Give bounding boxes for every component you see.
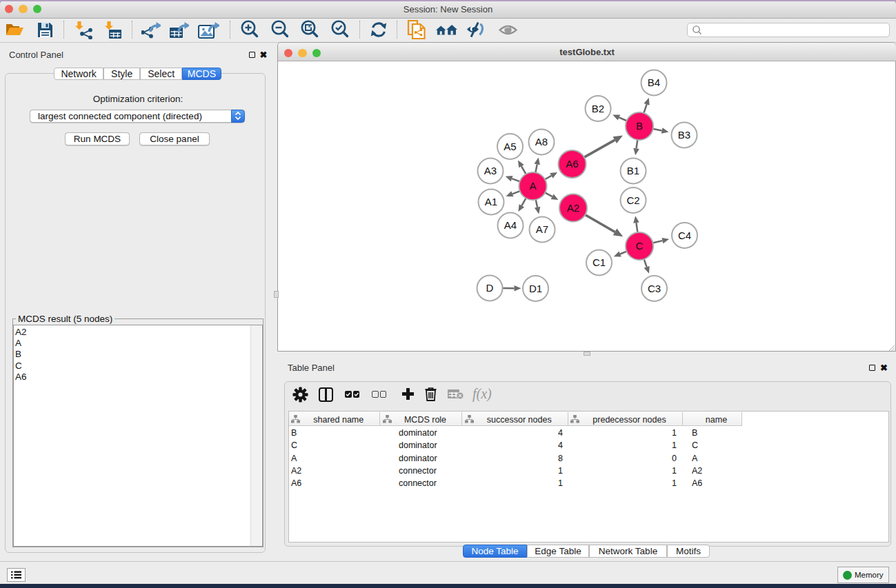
svg-text:A5: A5	[504, 141, 516, 152]
svg-text:B4: B4	[648, 77, 660, 88]
svg-text:B3: B3	[678, 129, 690, 141]
svg-text:D1: D1	[529, 283, 542, 294]
svg-text:A2: A2	[567, 202, 579, 214]
svg-text:C3: C3	[648, 283, 661, 294]
svg-text:B1: B1	[627, 165, 639, 176]
svg-text:A4: A4	[504, 219, 517, 231]
svg-text:B: B	[636, 120, 643, 132]
svg-text:B2: B2	[592, 103, 604, 114]
svg-text:A8: A8	[535, 136, 548, 148]
svg-text:A3: A3	[484, 165, 497, 176]
svg-text:C: C	[636, 240, 644, 252]
svg-text:A: A	[529, 180, 536, 192]
svg-text:A6: A6	[566, 158, 578, 170]
svg-text:A1: A1	[485, 196, 497, 207]
svg-text:C1: C1	[593, 256, 606, 268]
svg-text:D: D	[486, 282, 494, 294]
svg-text:C4: C4	[678, 230, 691, 241]
svg-text:A7: A7	[536, 223, 548, 235]
svg-text:C2: C2	[626, 194, 639, 206]
